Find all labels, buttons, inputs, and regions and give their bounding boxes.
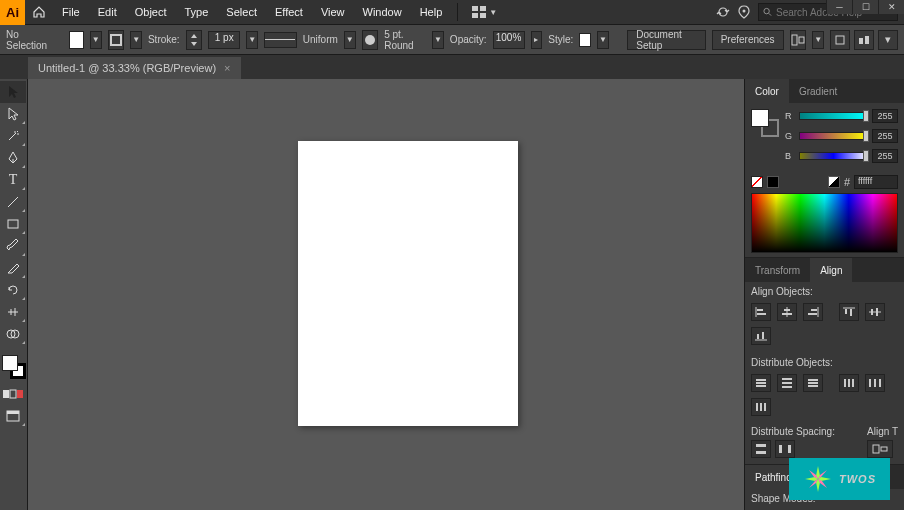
svg-rect-41 [756,385,766,387]
r-slider[interactable] [799,112,868,120]
stroke-weight-input[interactable]: 1 px [208,31,240,49]
shape-builder-tool[interactable] [0,323,26,345]
stroke-weight-dropdown[interactable]: ▼ [246,31,258,49]
direct-selection-tool[interactable] [0,103,26,125]
svg-rect-9 [836,36,844,44]
none-swatch[interactable] [751,176,763,188]
window-minimize-button[interactable]: ─ [826,0,852,14]
align-bottom-button[interactable] [751,327,771,345]
menu-type[interactable]: Type [176,0,218,25]
style-swatch[interactable] [579,33,591,47]
document-setup-button[interactable]: Document Setup [627,30,705,50]
isolate-icon[interactable] [854,30,874,50]
type-tool[interactable]: T [0,169,26,191]
profile-dropdown[interactable]: ▼ [344,31,356,49]
line-tool[interactable] [0,191,26,213]
menu-edit[interactable]: Edit [89,0,126,25]
dist-vcenter-button[interactable] [777,374,797,392]
svg-rect-28 [811,309,817,311]
align-to-dropdown[interactable]: ▼ [812,31,824,49]
preferences-button[interactable]: Preferences [712,30,784,50]
align-hcenter-button[interactable] [777,303,797,321]
panel-menu-icon[interactable]: ▾ [878,30,898,50]
menu-window[interactable]: Window [354,0,411,25]
dist-left-button[interactable] [839,374,859,392]
gps-icon[interactable] [738,5,750,19]
fill-color[interactable] [2,355,18,371]
sync-icon[interactable] [716,5,730,19]
svg-rect-49 [848,379,850,387]
align-to-selector[interactable] [867,440,893,458]
magic-wand-tool[interactable] [0,125,26,147]
rectangle-tool[interactable] [0,213,26,235]
menu-file[interactable]: File [53,0,89,25]
align-vcenter-button[interactable] [865,303,885,321]
canvas-area[interactable] [28,79,744,510]
color-panel-tab[interactable]: Color [745,79,789,103]
black-swatch[interactable] [767,176,779,188]
svg-rect-7 [792,35,797,45]
window-close-button[interactable]: ✕ [878,0,904,14]
workspace-switcher[interactable]: ▼ [464,6,505,18]
transform-panel-icon[interactable] [830,30,850,50]
b-slider[interactable] [799,152,868,160]
align-top-button[interactable] [839,303,859,321]
dist-space-v-button[interactable] [751,440,771,458]
dist-hcenter-button[interactable] [865,374,885,392]
hex-prefix: # [844,176,850,188]
document-tab[interactable]: Untitled-1 @ 33.33% (RGB/Preview) × [28,57,241,79]
color-spectrum[interactable] [751,193,898,253]
dist-space-h-button[interactable] [775,440,795,458]
stroke-swatch[interactable] [108,30,125,50]
svg-rect-29 [808,313,817,315]
align-left-button[interactable] [751,303,771,321]
bw-swatch[interactable] [828,176,840,188]
menu-select[interactable]: Select [217,0,266,25]
g-value[interactable]: 255 [872,129,898,143]
svg-point-5 [764,8,769,13]
window-restore-button[interactable]: ☐ [852,0,878,14]
menu-object[interactable]: Object [126,0,176,25]
pencil-tool[interactable] [0,257,26,279]
gradient-panel-tab[interactable]: Gradient [789,79,847,103]
artboard[interactable] [298,141,518,426]
fill-stroke-control[interactable] [2,355,26,379]
stroke-dropdown[interactable]: ▼ [130,31,142,49]
color-fill-stroke[interactable] [751,109,779,137]
paintbrush-tool[interactable] [0,235,26,257]
fill-swatch[interactable] [69,31,84,49]
hex-input[interactable]: ffffff [854,175,898,189]
g-slider[interactable] [799,132,868,140]
dist-bottom-button[interactable] [803,374,823,392]
screen-mode-button[interactable] [0,405,26,427]
dist-right-button[interactable] [751,398,771,416]
brush-dropdown[interactable]: ▼ [432,31,444,49]
document-tab-close[interactable]: × [224,62,230,74]
home-icon[interactable] [25,5,53,19]
brush-swatch[interactable] [362,30,379,50]
pen-tool[interactable] [0,147,26,169]
color-mode-buttons[interactable] [0,383,26,405]
stroke-weight-stepper[interactable] [186,30,203,50]
fill-dropdown[interactable]: ▼ [90,31,102,49]
menu-help[interactable]: Help [411,0,452,25]
align-right-button[interactable] [803,303,823,321]
menu-effect[interactable]: Effect [266,0,312,25]
style-dropdown[interactable]: ▼ [597,31,609,49]
svg-rect-3 [480,13,486,18]
width-tool[interactable] [0,301,26,323]
align-panel-tab[interactable]: Align [810,258,852,282]
b-value[interactable]: 255 [872,149,898,163]
rotate-tool[interactable] [0,279,26,301]
svg-rect-54 [756,403,758,411]
transform-panel-tab[interactable]: Transform [745,258,810,282]
menu-view[interactable]: View [312,0,354,25]
opacity-input[interactable]: 100% [493,31,525,49]
selection-tool[interactable] [0,81,26,103]
r-value[interactable]: 255 [872,109,898,123]
opacity-dropdown[interactable]: ▸ [531,31,543,49]
right-panels: Color Gradient R 255 G 255 [744,79,904,510]
align-to-button[interactable] [790,30,807,50]
profile-preview[interactable] [264,32,297,48]
dist-top-button[interactable] [751,374,771,392]
